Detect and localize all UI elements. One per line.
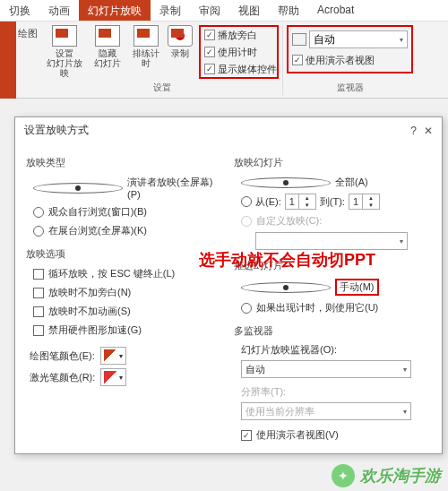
radio-custom-show: 自定义放映(C): (234, 213, 431, 228)
radio-manual[interactable]: 手动(M) (234, 278, 431, 297)
record-button[interactable]: 录制 (165, 25, 195, 79)
pen-icon (104, 349, 116, 362)
slideshow-monitor-select[interactable]: 自动▾ (241, 360, 411, 378)
chk-no-animation[interactable]: 放映时不加动画(S) (26, 304, 223, 319)
to-spinner[interactable]: 1▲▼ (349, 194, 380, 210)
monitor-select-label: 幻灯片放映监视器(O): (234, 343, 431, 357)
draw-label: 绘图 (18, 25, 41, 96)
tab-transitions[interactable]: 切换 (0, 0, 39, 21)
group-show-slides: 放映幻灯片 (234, 156, 431, 169)
rehearse-button[interactable]: 排练计时 (131, 25, 161, 79)
watermark-text: 欢乐淘手游 (360, 465, 441, 487)
radio-from-to[interactable]: 从(E): 1▲▼ 到(T): 1▲▼ (234, 194, 431, 210)
monitor-select[interactable]: 自动▾ (309, 30, 408, 48)
ribbon: 绘图 设置幻灯片放映 隐藏幻灯片 排练计时 录制 (16, 22, 448, 99)
clock-icon (134, 25, 159, 47)
tab-acrobat[interactable]: Acrobat (308, 0, 363, 21)
group-label-monitor: 监视器 (337, 80, 364, 96)
tab-view[interactable]: 视图 (229, 0, 269, 21)
ribbon-tabs: 切换 动画 幻灯片放映 录制 审阅 视图 帮助 Acrobat (0, 0, 448, 22)
group-show-type: 放映类型 (26, 156, 223, 169)
chk-no-narration[interactable]: 放映时不加旁白(N) (26, 285, 223, 300)
custom-show-select: ▾ (255, 232, 408, 250)
show-media-controls-checkbox[interactable]: 显示媒体控件 (204, 61, 277, 77)
slide-icon (95, 25, 120, 47)
radio-presenter[interactable]: 演讲者放映(全屏幕)(P) (26, 175, 223, 201)
tab-animations[interactable]: 动画 (39, 0, 79, 21)
group-show-options: 放映选项 (26, 247, 223, 261)
radio-browsed-individual[interactable]: 观众自行浏览(窗口)(B) (26, 204, 223, 220)
resolution-select: 使用当前分辨率▾ (241, 402, 411, 420)
tab-review[interactable]: 审阅 (190, 0, 229, 21)
tab-slideshow[interactable]: 幻灯片放映 (79, 0, 151, 21)
monitor-icon (52, 25, 77, 47)
monitor-icon-small (292, 33, 306, 46)
app-left-strip (0, 22, 16, 99)
dialog-title: 设置放映方式 (24, 123, 89, 138)
use-timings-checkbox[interactable]: 使用计时 (204, 44, 277, 60)
laser-color-label: 激光笔颜色(R): (30, 371, 95, 384)
close-icon[interactable]: ✕ (424, 125, 433, 137)
annotation-text: 选手动就不会自动切PPT (199, 249, 375, 271)
presenter-view-checkbox[interactable]: 使用演示者视图 (292, 52, 408, 68)
radio-use-timings[interactable]: 如果出现计时，则使用它(U) (234, 300, 431, 315)
laser-icon (104, 371, 116, 383)
from-spinner[interactable]: 1▲▼ (285, 194, 316, 210)
dialog-left-column: 放映类型 演讲者放映(全屏幕)(P) 观众自行浏览(窗口)(B) 在展台浏览(全… (26, 151, 223, 443)
tab-record[interactable]: 录制 (151, 0, 190, 21)
pen-color-label: 绘图笔颜色(E): (30, 349, 95, 363)
watermark: ✦ 欢乐淘手游 (332, 464, 441, 487)
chk-loop[interactable]: 循环放映，按 ESC 键终止(L) (26, 266, 223, 281)
setup-slideshow-button[interactable]: 设置幻灯片放映 (45, 25, 84, 79)
ribbon-group-monitor: 自动▾ 使用演示者视图 监视器 (283, 25, 417, 96)
hide-slide-button[interactable]: 隐藏幻灯片 (88, 25, 127, 79)
pen-color-button[interactable]: ▾ (100, 347, 126, 365)
dialog-titlebar: 设置放映方式 ? ✕ (15, 117, 442, 143)
help-icon[interactable]: ? (410, 125, 417, 137)
chk-presenter-view-dlg[interactable]: 使用演示者视图(V) (234, 427, 431, 443)
play-narration-checkbox[interactable]: 播放旁白 (204, 27, 277, 43)
dialog-right-column: 放映幻灯片 全部(A) 从(E): 1▲▼ 到(T): 1▲▼ 自定义放映(C)… (234, 151, 431, 443)
radio-kiosk[interactable]: 在展台浏览(全屏幕)(K) (26, 223, 223, 238)
watermark-logo-icon: ✦ (332, 464, 355, 487)
group-multi-monitor: 多监视器 (234, 324, 431, 338)
setup-show-dialog: 设置放映方式 ? ✕ 放映类型 演讲者放映(全屏幕)(P) 观众自行浏览(窗口)… (14, 116, 443, 454)
ribbon-group-setup: 设置幻灯片放映 隐藏幻灯片 排练计时 录制 播放旁白 使用计时 显示媒 (41, 25, 283, 96)
record-icon (168, 25, 193, 47)
chk-disable-hw[interactable]: 禁用硬件图形加速(G) (26, 323, 223, 338)
group-label-setup: 设置 (153, 80, 171, 96)
laser-color-button[interactable]: ▾ (100, 368, 126, 386)
tab-help[interactable]: 帮助 (269, 0, 308, 21)
radio-all-slides[interactable]: 全部(A) (234, 175, 431, 190)
resolution-label: 分辨率(T): (234, 385, 431, 399)
